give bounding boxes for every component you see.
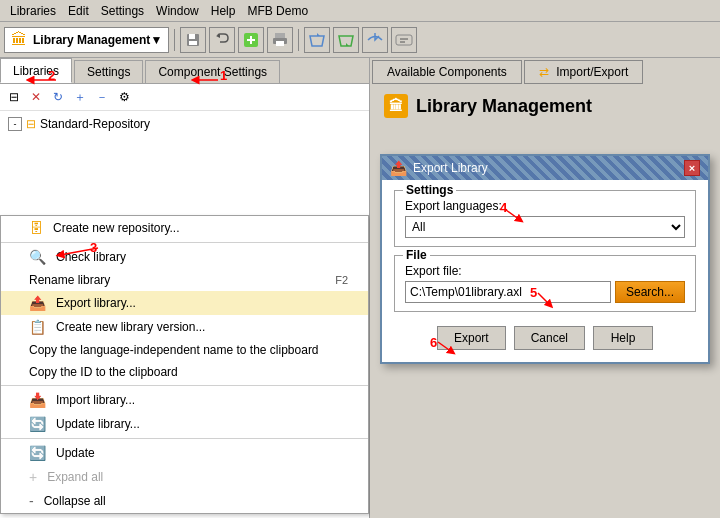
file-section: File Export file: Search... [394, 255, 696, 312]
dialog-title-text: Export Library [413, 161, 488, 175]
tab-import-export[interactable]: ⇄ Import/Export [524, 60, 643, 84]
dropdown-label: Library Management [33, 33, 150, 47]
undo-button[interactable] [209, 27, 235, 53]
dialog-close-button[interactable]: × [684, 160, 700, 176]
lib-mgmt-title-text: Library Management [416, 96, 592, 117]
tree-expand-icon2: ⊟ [26, 117, 36, 131]
left-panel: Libraries Settings Component Settings ⊟ … [0, 58, 370, 518]
expand-icon: + [29, 469, 37, 485]
toolbar-x-btn[interactable]: ✕ [26, 87, 46, 107]
context-import-library[interactable]: 📥 Import library... [1, 388, 368, 412]
context-update-library[interactable]: 🔄 Update library... [1, 412, 368, 436]
context-create-version[interactable]: 📋 Create new library version... [1, 315, 368, 339]
export-file-input[interactable] [405, 281, 611, 303]
menu-settings[interactable]: Settings [95, 2, 150, 20]
toolbar-settings-btn[interactable]: ⚙ [114, 87, 134, 107]
svg-rect-8 [396, 35, 412, 45]
toolbar-plus-btn[interactable]: ＋ [70, 87, 90, 107]
context-sep-2 [1, 385, 368, 386]
context-create-repository[interactable]: 🗄 Create new repository... [1, 216, 368, 240]
file-section-label: File [403, 248, 430, 262]
help-button[interactable]: Help [593, 326, 653, 350]
tab-settings[interactable]: Settings [74, 60, 143, 83]
context-check-library[interactable]: 🔍 Check library [1, 245, 368, 269]
context-rename-library[interactable]: Rename library F2 [1, 269, 368, 291]
tree-root-label: Standard-Repository [40, 117, 150, 131]
export-languages-label: Export languages: [405, 199, 685, 213]
cancel-button[interactable]: Cancel [514, 326, 585, 350]
svg-rect-7 [276, 41, 284, 46]
svg-rect-1 [189, 34, 195, 39]
left-tabs: Libraries Settings Component Settings [0, 58, 369, 84]
save-button[interactable] [180, 27, 206, 53]
toolbar-btn-5[interactable] [304, 27, 330, 53]
tab-component-settings[interactable]: Component Settings [145, 60, 280, 83]
tree-root[interactable]: - ⊟ Standard-Repository [4, 115, 365, 133]
rename-shortcut: F2 [305, 274, 348, 286]
menu-window[interactable]: Window [150, 2, 205, 20]
export-icon: 📤 [29, 295, 46, 311]
export-button[interactable]: Export [437, 326, 506, 350]
repo-icon: 🗄 [29, 220, 43, 236]
export-languages-select[interactable]: All English German French [405, 216, 685, 238]
context-sep-1 [1, 242, 368, 243]
update-icon: 🔄 [29, 416, 46, 432]
toolbar-btn-8[interactable] [391, 27, 417, 53]
context-sep-3 [1, 438, 368, 439]
dialog-title-left: 📤 Export Library [390, 160, 488, 176]
right-tabs: Available Components ⇄ Import/Export [370, 58, 720, 84]
version-icon: 📋 [29, 319, 46, 335]
context-expand-all[interactable]: + Expand all [1, 465, 368, 489]
svg-rect-2 [189, 41, 197, 45]
toolbar-refresh-btn[interactable]: ↻ [48, 87, 68, 107]
collapse-icon: - [29, 493, 34, 509]
print-button[interactable] [267, 27, 293, 53]
settings-section: Settings Export languages: All English G… [394, 190, 696, 247]
lib-icon: 🏛 [11, 31, 27, 49]
menubar: Libraries Edit Settings Window Help MFB … [0, 0, 720, 22]
lib-mgmt-icon: 🏛 [384, 94, 408, 118]
context-copy-id[interactable]: Copy the ID to the clipboard [1, 361, 368, 383]
dialog-container: 📤 Export Library × Settings Export langu… [370, 124, 720, 394]
context-copy-name[interactable]: Copy the language-independent name to th… [1, 339, 368, 361]
import-icon: 📥 [29, 392, 46, 408]
context-update[interactable]: 🔄 Update [1, 441, 368, 465]
file-row: Search... [405, 281, 685, 303]
library-management-dropdown[interactable]: 🏛 Library Management ▼ [4, 27, 169, 53]
collapse-all-btn[interactable]: ⊟ [4, 87, 24, 107]
toolbar-btn-7[interactable] [362, 27, 388, 53]
toolbar: 🏛 Library Management ▼ [0, 22, 720, 58]
export-dialog: 📤 Export Library × Settings Export langu… [380, 154, 710, 364]
main-area: Libraries Settings Component Settings ⊟ … [0, 58, 720, 518]
context-export-library[interactable]: 📤 Export library... [1, 291, 368, 315]
tree-expand-icon[interactable]: - [8, 117, 22, 131]
tab-libraries[interactable]: Libraries [0, 58, 72, 83]
check-icon: 🔍 [29, 249, 46, 265]
tab-available-components[interactable]: Available Components [372, 60, 522, 84]
dialog-body: Settings Export languages: All English G… [382, 180, 708, 362]
tab-toolbar: ⊟ ✕ ↻ ＋ － ⚙ [0, 84, 369, 111]
context-menu: 🗄 Create new repository... 🔍 Check libra… [0, 215, 369, 514]
menu-edit[interactable]: Edit [62, 2, 95, 20]
context-collapse-all[interactable]: - Collapse all [1, 489, 368, 513]
dialog-buttons: Export Cancel Help [394, 320, 696, 352]
export-file-label: Export file: [405, 264, 685, 278]
dropdown-arrow-icon: ▼ [150, 33, 162, 47]
toolbar-separator-2 [298, 29, 299, 51]
dialog-title-bar: 📤 Export Library × [382, 156, 708, 180]
dialog-title-icon: 📤 [390, 160, 407, 176]
add-button[interactable] [238, 27, 264, 53]
menu-libraries[interactable]: Libraries [4, 2, 62, 20]
toolbar-separator-1 [174, 29, 175, 51]
import-export-icon: ⇄ [539, 65, 549, 79]
right-panel: Available Components ⇄ Import/Export 🏛 L… [370, 58, 720, 518]
update2-icon: 🔄 [29, 445, 46, 461]
toolbar-minus-btn[interactable]: － [92, 87, 112, 107]
search-button[interactable]: Search... [615, 281, 685, 303]
menu-help[interactable]: Help [205, 2, 242, 20]
menu-mfb-demo[interactable]: MFB Demo [241, 2, 314, 20]
tree: - ⊟ Standard-Repository [0, 111, 369, 211]
settings-section-label: Settings [403, 183, 456, 197]
lib-mgmt-title: 🏛 Library Management [370, 84, 720, 124]
toolbar-btn-6[interactable] [333, 27, 359, 53]
